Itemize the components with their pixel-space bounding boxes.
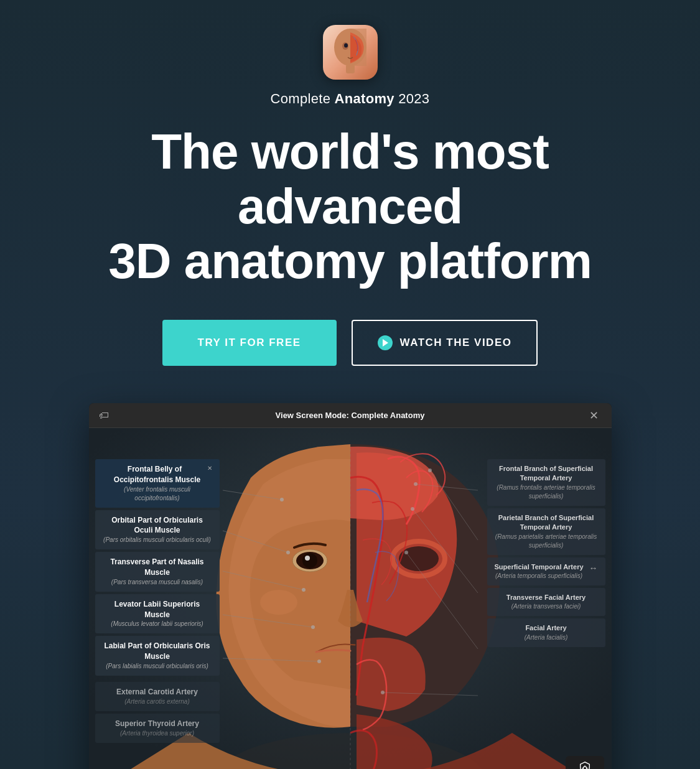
app-title: Complete Anatomy 2023: [37, 91, 663, 107]
svg-point-29: [414, 482, 418, 486]
label-item: Labial Part of Orbicularis Oris Muscle (…: [95, 636, 220, 676]
svg-rect-5: [346, 65, 355, 73]
svg-point-35: [404, 551, 408, 554]
watch-video-label: WATCH THE VIDEO: [400, 337, 512, 349]
close-button[interactable]: ✕: [587, 408, 602, 423]
label-item: ✕ Frontal Belly of Occipitofrontalis Mus…: [95, 459, 220, 508]
try-free-button[interactable]: TRY IT FOR FREE: [162, 320, 337, 366]
svg-point-33: [411, 507, 414, 511]
label-item: Orbital Part of Orbicularis Oculi Muscle…: [95, 510, 220, 550]
svg-point-27: [317, 659, 321, 663]
label-item: Levator Labii Superioris Muscle (Musculu…: [95, 594, 220, 634]
watch-video-button[interactable]: WATCH THE VIDEO: [352, 320, 538, 366]
app-icon: [323, 25, 378, 80]
ar-mode-badge[interactable]: AR Mode: [566, 756, 604, 769]
label-item: Superior Thyroid Artery (Arteria thyroid…: [95, 714, 220, 743]
svg-point-23: [302, 588, 306, 592]
close-label-icon[interactable]: ✕: [207, 464, 212, 473]
label-panel-left: ✕ Frontal Belly of Occipitofrontalis Mus…: [95, 459, 220, 745]
titlebar-title: View Screen Mode: Complete Anatomy: [276, 411, 425, 420]
svg-point-25: [311, 625, 315, 629]
svg-point-12: [399, 546, 439, 571]
svg-point-21: [286, 551, 290, 554]
svg-point-37: [381, 691, 385, 694]
ar-icon: [578, 761, 592, 769]
label-item-right: Facial Artery (Arteria facialis): [487, 618, 605, 646]
label-item-right: Frontal Branch of Superficial Temporal A…: [487, 459, 605, 506]
svg-point-39: [583, 767, 587, 769]
hero-heading: The world's most advanced 3D anatomy pla…: [52, 124, 649, 289]
label-item-right: Parietal Branch of Superficial Temporal …: [487, 508, 605, 555]
label-item: External Carotid Artery (Arteria carotis…: [95, 682, 220, 711]
cta-buttons: TRY IT FOR FREE WATCH THE VIDEO: [37, 320, 663, 366]
svg-point-31: [428, 468, 432, 472]
label-panel-right: Frontal Branch of Superficial Temporal A…: [487, 459, 605, 650]
play-icon: [378, 335, 393, 350]
label-item: Transverse Part of Nasalis Muscle (Pars …: [95, 552, 220, 592]
svg-point-19: [280, 498, 284, 501]
pin-icon: 🏷: [99, 410, 109, 421]
anatomy-viewer: ✕ Frontal Belly of Occipitofrontalis Mus…: [89, 428, 612, 769]
expand-icon[interactable]: ↔: [589, 562, 598, 575]
titlebar-left: 🏷: [99, 410, 109, 421]
app-icon-wrapper: [323, 25, 378, 80]
app-screenshot: 🏷 View Screen Mode: Complete Anatomy ✕: [89, 403, 612, 769]
svg-point-16: [305, 556, 310, 561]
titlebar: 🏷 View Screen Mode: Complete Anatomy ✕: [89, 403, 612, 428]
svg-point-17: [260, 590, 297, 615]
svg-point-15: [302, 553, 317, 568]
label-item-right: Superficial Temporal Artery (Arteria tem…: [487, 557, 605, 585]
label-item-right: Transverse Facial Artery (Arteria transv…: [487, 588, 605, 616]
svg-point-4: [344, 44, 348, 48]
hero-section: Complete Anatomy 2023 The world's most a…: [0, 0, 700, 769]
